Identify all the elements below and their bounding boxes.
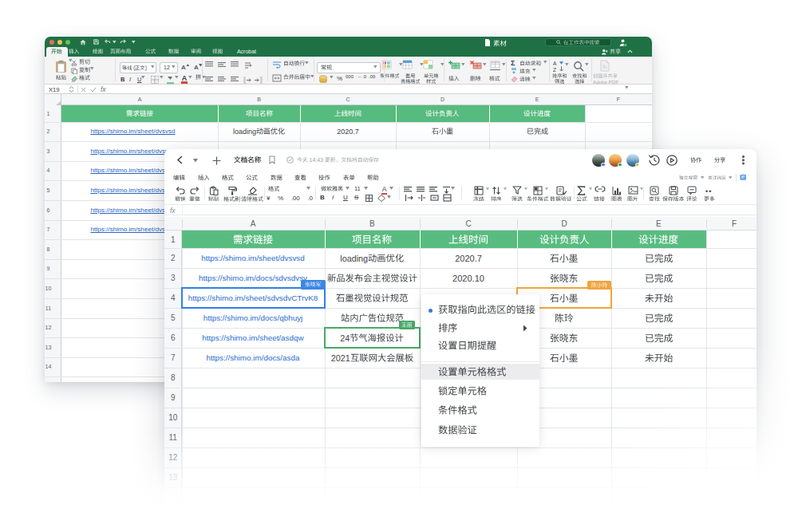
svg-text:A: A bbox=[553, 61, 557, 66]
svg-text:Z: Z bbox=[553, 66, 556, 72]
